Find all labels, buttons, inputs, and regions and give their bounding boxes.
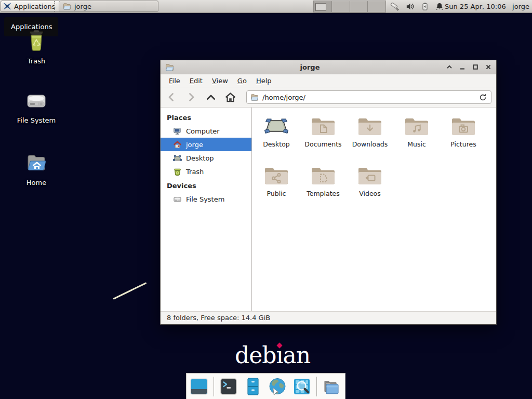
debian-logo-text: an [283, 342, 310, 368]
status-text: 8 folders, Free space: 14.4 GiB [167, 314, 270, 322]
desktop-icon-file-system[interactable]: File System [11, 88, 61, 124]
file-item-public[interactable]: Public [253, 164, 300, 214]
taskbar-folder-icon [63, 2, 71, 10]
file-manager-window: jorge File Edit View Go Help [160, 60, 497, 325]
file-item-label: Downloads [352, 140, 388, 148]
sidebar-item-label: Desktop [186, 154, 214, 162]
notifications-bell-icon[interactable] [435, 2, 444, 11]
file-item-label: Desktop [263, 140, 290, 148]
menu-go[interactable]: Go [233, 75, 251, 86]
file-manager-icon[interactable] [322, 377, 341, 396]
workspace-2[interactable] [332, 1, 350, 12]
path-bar[interactable]: /home/jorge/ [246, 90, 491, 104]
sidebar-item-label: File System [186, 195, 224, 203]
file-cabinet-icon[interactable] [243, 377, 263, 396]
close-button[interactable] [485, 64, 491, 71]
folder-videos-icon [356, 164, 383, 186]
applications-menu-button[interactable]: Applications [1, 1, 60, 12]
places-sidebar: Places Computer [161, 108, 252, 311]
file-item-music[interactable]: Music [393, 115, 440, 164]
file-item-desktop[interactable]: Desktop [253, 115, 300, 164]
up-button[interactable] [205, 91, 217, 103]
sidebar-item-label: Trash [186, 168, 204, 176]
application-finder-icon[interactable] [292, 377, 312, 396]
menu-view[interactable]: View [207, 75, 233, 86]
folder-music-icon [403, 115, 430, 137]
reload-icon[interactable] [478, 93, 487, 102]
file-item-label: Documents [304, 140, 341, 148]
workspace-window-preview [315, 3, 326, 11]
file-item-templates[interactable]: Templates [300, 164, 347, 214]
desktop-root: { "colors": { "desktop_bg": "#050620", "… [0, 0, 532, 399]
workspace-4[interactable] [368, 1, 386, 12]
menu-file[interactable]: File [164, 75, 185, 86]
taskbar-window-button[interactable]: jorge [59, 1, 158, 12]
path-folder-icon [250, 93, 259, 101]
file-item-label: Templates [307, 190, 340, 197]
panel-clock[interactable]: Sun 25 Apr, 10:06 [445, 0, 506, 13]
desktop-special-icon [263, 115, 290, 137]
hard-drive-icon [11, 88, 61, 113]
sidebar-item-trash[interactable]: Trash [161, 165, 251, 178]
desktop-icon-label: Home [11, 179, 61, 187]
dock-separator [214, 377, 214, 396]
system-tray [390, 0, 444, 13]
desktop-icon-label: File System [11, 116, 61, 124]
xfce-applications-icon [3, 2, 11, 10]
debian-wallpaper-logo: debıan [235, 342, 310, 368]
file-item-videos[interactable]: Videos [347, 164, 393, 214]
sidebar-item-jorge[interactable]: jorge [161, 138, 251, 151]
web-browser-icon[interactable] [268, 377, 287, 396]
folder-downloads-icon [356, 115, 383, 137]
home-icon [173, 140, 182, 149]
workspace-3[interactable] [350, 1, 368, 12]
top-panel: Applications jorge [0, 0, 532, 13]
window-titlebar[interactable]: jorge [161, 60, 496, 74]
folder-pictures-icon [450, 115, 477, 137]
applications-menu-label: Applications [14, 3, 55, 10]
panel-username: jorge [512, 0, 529, 13]
folder-templates-icon [310, 164, 337, 186]
file-item-pictures[interactable]: Pictures [440, 115, 487, 164]
file-item-label: Pictures [450, 140, 476, 148]
forward-button[interactable] [185, 91, 197, 103]
file-item-documents[interactable]: Documents [300, 115, 347, 164]
desktop-icon-home[interactable]: Home [11, 151, 61, 187]
shade-button[interactable] [446, 64, 453, 71]
desktop-icon-label: Trash [11, 57, 61, 65]
sidebar-item-computer[interactable]: Computer [161, 124, 251, 138]
minimize-button[interactable] [459, 64, 466, 71]
file-view[interactable]: Desktop Documents [252, 108, 496, 311]
sidebar-item-file-system[interactable]: File System [161, 192, 251, 206]
folder-documents-icon [310, 115, 337, 137]
menu-help[interactable]: Help [251, 75, 276, 86]
volume-icon[interactable] [405, 2, 415, 11]
bottom-dock [186, 373, 345, 399]
menu-bar: File Edit View Go Help [161, 74, 496, 87]
path-text[interactable]: /home/jorge/ [262, 94, 305, 101]
taskbar-window-label: jorge [74, 3, 91, 10]
menu-edit[interactable]: Edit [185, 75, 207, 86]
drive-icon [173, 195, 182, 204]
sidebar-item-desktop[interactable]: Desktop [161, 151, 251, 165]
workspace-1[interactable] [313, 1, 332, 12]
home-button[interactable] [224, 91, 236, 103]
trash-icon [173, 167, 182, 176]
computer-icon [173, 127, 182, 136]
panel-handle[interactable] [54, 1, 57, 12]
dock-separator [316, 377, 317, 396]
terminal-icon[interactable] [219, 377, 238, 396]
file-item-label: Music [407, 140, 426, 148]
folder-public-icon [263, 164, 290, 186]
back-button[interactable] [165, 91, 177, 103]
desktop-icon-trash[interactable]: Trash [11, 28, 61, 65]
file-item-downloads[interactable]: Downloads [347, 115, 393, 164]
file-item-label: Public [267, 190, 286, 197]
show-desktop-icon[interactable] [189, 377, 209, 396]
stylus-icon[interactable] [390, 2, 400, 12]
battery-icon[interactable] [420, 2, 430, 11]
file-item-label: Videos [359, 190, 381, 197]
window-title: jorge [174, 63, 446, 71]
maximize-button[interactable] [472, 64, 478, 71]
window-folder-icon [165, 63, 174, 72]
